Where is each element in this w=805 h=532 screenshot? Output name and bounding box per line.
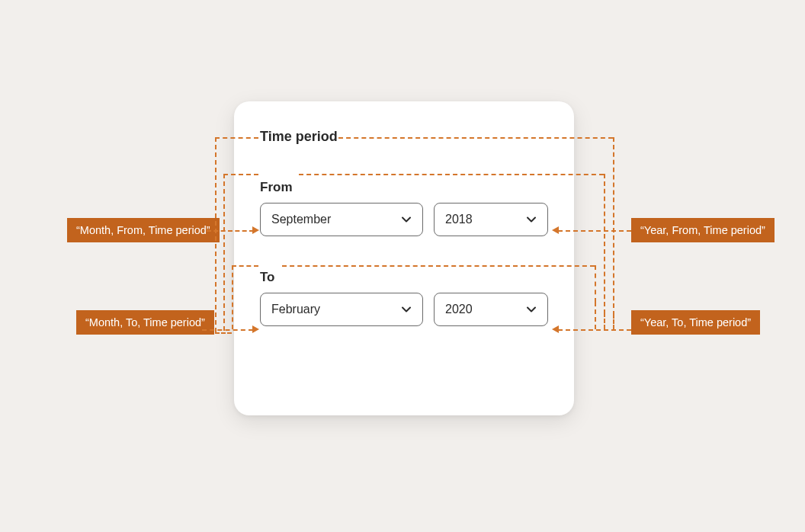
annotation-from-month: “Month, From, Time period” bbox=[67, 218, 220, 242]
arrow-left-icon bbox=[552, 325, 559, 333]
chevron-down-icon bbox=[526, 304, 537, 315]
dash-line bbox=[595, 265, 596, 303]
dash-line bbox=[613, 314, 614, 329]
from-month-select[interactable]: September bbox=[260, 203, 423, 236]
annotation-to-year: “Year, To, Time period” bbox=[631, 310, 760, 335]
time-period-card: Time period From September 2018 To Febru… bbox=[234, 101, 574, 415]
card-title: Time period bbox=[260, 129, 548, 145]
dash-line bbox=[613, 137, 614, 316]
chevron-down-icon bbox=[401, 304, 412, 315]
annotation-from-year: “Year, From, Time period” bbox=[631, 218, 775, 242]
arrow-left-icon bbox=[552, 226, 559, 234]
dash-line bbox=[595, 302, 596, 329]
from-year-value: 2018 bbox=[445, 213, 473, 226]
from-row: September 2018 bbox=[260, 203, 548, 236]
arrow-right-icon bbox=[252, 226, 259, 234]
chevron-down-icon bbox=[526, 214, 537, 225]
annotation-to-month: “Month, To, Time period” bbox=[76, 310, 214, 335]
from-year-select[interactable]: 2018 bbox=[434, 203, 548, 236]
chevron-down-icon bbox=[401, 214, 412, 225]
dash-line bbox=[604, 312, 605, 329]
to-label: To bbox=[260, 270, 548, 285]
arrow-right-icon bbox=[252, 325, 259, 333]
to-row: February 2020 bbox=[260, 293, 548, 326]
dash-line bbox=[223, 174, 225, 331]
from-month-value: September bbox=[271, 213, 331, 226]
to-year-value: 2020 bbox=[445, 303, 473, 316]
dash-line bbox=[604, 174, 605, 314]
to-month-select[interactable]: February bbox=[260, 293, 423, 326]
dash-line bbox=[215, 332, 232, 334]
dash-line bbox=[232, 265, 233, 329]
to-month-value: February bbox=[271, 303, 320, 316]
from-label: From bbox=[260, 180, 548, 195]
to-year-select[interactable]: 2020 bbox=[434, 293, 548, 326]
